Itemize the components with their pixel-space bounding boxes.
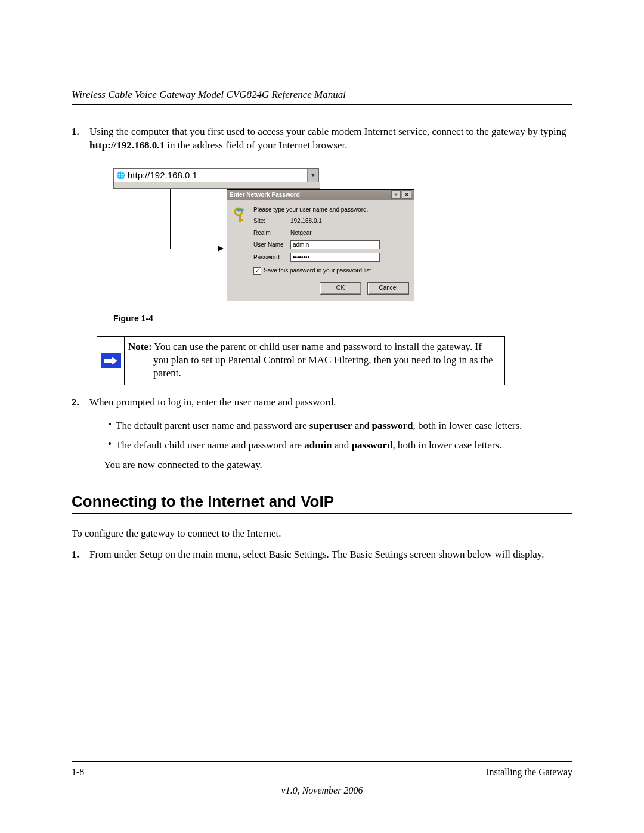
figure-arrow [113,189,227,302]
section-name: Installing the Gateway [486,766,572,779]
realm-value: Netgear [290,229,408,237]
cancel-button[interactable]: Cancel [367,282,409,295]
section-rule [72,513,572,514]
dialog-intro: Please type your user name and password. [253,206,408,214]
site-value: 192.168.0.1 [290,217,408,225]
b2-mid: and [332,439,352,451]
save-password-label: Save this password in your password list [264,267,371,275]
ok-button[interactable]: OK [320,282,361,295]
b2-c: , both in lower case letters. [393,439,502,451]
note-label: Note: [128,341,152,352]
note-arrow-icon [101,353,121,368]
save-password-checkbox[interactable]: ✓ [253,267,261,275]
figure-caption: Figure 1-4 [72,302,572,324]
section-intro: To configure the gateway to connect to t… [72,527,572,541]
step-number: 2. [72,396,89,410]
page-number: 1-8 [72,766,84,779]
dialog-title-bar: Enter Network Password ? X [227,190,414,200]
address-bar-frame [113,182,320,189]
step-number: 1. [72,548,89,562]
b1-c: , both in lower case letters. [413,420,522,431]
step1-url: http://192.168.0.1 [89,140,165,151]
site-label: Site: [253,217,290,225]
b1-a: The default parent user name and passwor… [116,420,309,431]
step-1: 1. Using the computer that you first use… [72,125,572,153]
password-input[interactable] [290,253,380,262]
username-input[interactable] [290,240,380,249]
globe-icon: 🌐 [116,171,125,180]
svg-rect-1 [239,214,241,222]
connected-text: You are now connected to the gateway. [72,459,572,472]
step1-text-a: Using the computer that you first used t… [89,126,566,137]
step-number: 1. [72,125,89,139]
section-heading: Connecting to the Internet and VoIP [72,491,572,512]
bullet-icon: • [104,439,116,449]
note-body: You can use the parent or child user nam… [152,341,493,379]
step-text: Using the computer that you first used t… [89,125,572,153]
figure-1-4: 🌐 http://192.168.0.1 ▼ Enter Network Pas… [72,155,572,302]
svg-rect-2 [239,219,243,221]
password-label: Password [253,253,290,262]
step-text: When prompted to log in, enter the user … [89,396,572,410]
b2-a: The default child user name and password… [116,439,304,451]
running-header: Wireless Cable Voice Gateway Model CVG82… [72,88,572,102]
address-dropdown-icon[interactable]: ▼ [307,169,318,182]
step-2: 2. When prompted to log in, enter the us… [72,396,572,410]
realm-label: Realm [253,229,290,237]
key-icon [233,206,247,275]
bullet-child-creds: • The default child user name and passwo… [104,439,572,453]
dialog-close-button[interactable]: X [402,190,411,199]
b2-admin: admin [304,439,332,451]
b2-password: password [352,439,393,451]
dialog-title-text: Enter Network Password [230,190,300,200]
dialog-help-button[interactable]: ? [391,190,401,199]
step-text: From under Setup on the main menu, selec… [89,548,572,562]
note-text: Note: You can use the parent or child us… [124,336,505,385]
step1-text-b: in the address field of your Internet br… [165,140,347,151]
page-footer: 1-8 Installing the Gateway v1.0, Novembe… [72,761,572,797]
b1-mid: and [352,420,372,431]
login-dialog: Enter Network Password ? X [227,189,414,301]
browser-address-bar[interactable]: 🌐 http://192.168.0.1 ▼ [113,168,319,182]
doc-version: v1.0, November 2006 [72,778,572,797]
note-box: Note: You can use the parent or child us… [97,336,505,385]
b1-superuser: superuser [309,420,352,431]
svg-point-4 [239,208,244,211]
username-label: User Name [253,241,290,249]
bullet-icon: • [104,419,116,429]
address-bar-url: http://192.168.0.1 [128,169,197,181]
b1-password: password [372,420,413,431]
bullet-parent-creds: • The default parent user name and passw… [104,419,572,433]
section-step-1: 1. From under Setup on the main menu, se… [72,548,572,562]
